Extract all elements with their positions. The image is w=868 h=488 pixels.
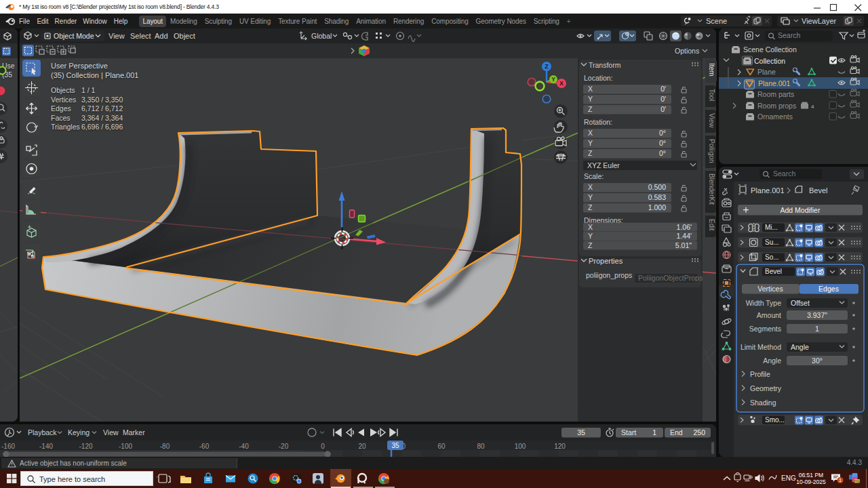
svg-text:1.000: 1.000	[648, 203, 666, 211]
svg-text:Segments: Segments	[749, 325, 781, 333]
svg-text:1.44': 1.44'	[677, 232, 692, 240]
svg-text:Add: Add	[155, 32, 168, 40]
svg-text:Offset: Offset	[791, 299, 810, 307]
svg-text:0°: 0°	[659, 129, 666, 137]
svg-text:View: View	[103, 428, 119, 436]
svg-text:Playback: Playback	[28, 428, 57, 436]
svg-text:-40: -40	[239, 443, 249, 450]
svg-text:1: 1	[652, 428, 656, 436]
svg-text:Y: Y	[588, 193, 593, 201]
svg-text:X: X	[588, 129, 593, 137]
svg-text:Geometry: Geometry	[750, 384, 782, 392]
svg-text:100: 100	[515, 443, 526, 450]
svg-text:Y: Y	[588, 95, 593, 103]
svg-text:06:51 PM: 06:51 PM	[799, 472, 823, 479]
svg-text:Scene Collection: Scene Collection	[743, 45, 797, 54]
svg-text:Global: Global	[311, 32, 332, 40]
svg-text:0°: 0°	[659, 139, 666, 147]
svg-text:-100: -100	[119, 443, 132, 450]
svg-text:Collection: Collection	[754, 57, 785, 65]
svg-text:Edges: Edges	[818, 285, 839, 293]
svg-text:20: 20	[358, 443, 366, 450]
svg-text:0': 0'	[660, 105, 666, 113]
svg-text:Location:: Location:	[584, 74, 613, 82]
svg-text:Room props: Room props	[757, 102, 796, 110]
svg-text:Amount: Amount	[757, 311, 781, 319]
svg-text:1.06': 1.06'	[677, 223, 692, 231]
svg-text:Search: Search	[778, 31, 800, 39]
svg-text:10-09-2025: 10-09-2025	[796, 479, 826, 485]
svg-text:So...: So...	[765, 253, 779, 261]
svg-text:Room parts: Room parts	[757, 90, 794, 98]
svg-text:-80: -80	[160, 443, 170, 450]
svg-text:Y: Y	[551, 76, 555, 83]
svg-text:Mi...: Mi...	[765, 224, 778, 231]
svg-text:Keying: Keying	[68, 428, 90, 436]
svg-text:-120: -120	[79, 443, 92, 450]
svg-text:0.583: 0.583	[648, 193, 666, 201]
svg-text:Shading: Shading	[750, 399, 776, 407]
svg-text:4: 4	[811, 104, 814, 110]
svg-text:0': 0'	[660, 85, 666, 93]
svg-text:Z: Z	[588, 241, 593, 249]
svg-text:-60: -60	[199, 443, 210, 450]
svg-text:1: 1	[839, 477, 842, 483]
svg-text:-140: -140	[39, 443, 53, 450]
svg-text:ENG: ENG	[781, 474, 796, 482]
svg-text:Select: Select	[130, 32, 151, 40]
svg-text:Ornaments: Ornaments	[757, 113, 793, 121]
svg-text:80: 80	[477, 443, 485, 450]
svg-text:120: 120	[554, 443, 566, 450]
svg-text:Marker: Marker	[123, 428, 145, 436]
svg-text:Scale:: Scale:	[584, 172, 604, 180]
svg-text:-160: -160	[1, 443, 15, 450]
svg-text:Smo...: Smo...	[765, 416, 785, 424]
svg-text:Plane.001: Plane.001	[758, 79, 790, 87]
svg-text:Plane: Plane	[757, 68, 776, 76]
svg-text:Transform: Transform	[589, 61, 621, 69]
svg-text:0°: 0°	[659, 149, 666, 157]
svg-text:30°: 30°	[812, 357, 823, 365]
svg-text:3.937": 3.937"	[807, 311, 827, 319]
svg-text:0.500: 0.500	[648, 183, 666, 191]
svg-text:Su...: Su...	[765, 239, 779, 246]
svg-text:Angle: Angle	[763, 357, 781, 365]
svg-text:Y: Y	[588, 232, 593, 240]
svg-text:35: 35	[391, 442, 399, 449]
svg-text:-20: -20	[279, 443, 289, 450]
svg-text:X: X	[588, 183, 593, 191]
svg-text:Plane.001: Plane.001	[751, 186, 785, 195]
svg-text:End: End	[670, 428, 683, 436]
svg-text:Add Modifier: Add Modifier	[781, 206, 821, 214]
svg-text:Options: Options	[675, 47, 699, 55]
svg-text:X: X	[588, 223, 593, 231]
svg-text:Width Type: Width Type	[746, 299, 781, 307]
svg-text:XYZ Euler: XYZ Euler	[587, 161, 620, 169]
svg-text:Z: Z	[588, 149, 593, 157]
svg-text:60: 60	[437, 443, 446, 450]
svg-text:Rotation:: Rotation:	[584, 118, 612, 126]
svg-text:Limit Method: Limit Method	[741, 343, 781, 351]
svg-text:Z: Z	[588, 203, 593, 211]
svg-text:PRE: PRE	[854, 480, 860, 483]
svg-text:Angle: Angle	[791, 343, 809, 351]
svg-text:Start: Start	[621, 428, 636, 436]
svg-text:Z: Z	[545, 63, 549, 70]
svg-text:Bevel: Bevel	[809, 186, 828, 195]
svg-text:View: View	[108, 32, 125, 40]
svg-text:35: 35	[577, 428, 585, 436]
svg-text:Z: Z	[588, 105, 593, 113]
svg-text:Object Mode: Object Mode	[54, 32, 94, 40]
svg-text:Bevel: Bevel	[765, 268, 782, 275]
svg-text:PoliigonObjectProps: PoliigonObjectProps	[638, 274, 703, 282]
svg-text:Properties: Properties	[589, 257, 623, 265]
svg-text:5.01": 5.01"	[675, 241, 692, 249]
svg-text:Search: Search	[773, 169, 795, 178]
svg-text:Y: Y	[588, 139, 593, 147]
svg-text:Object: Object	[174, 32, 195, 40]
svg-text:Vertices: Vertices	[757, 285, 783, 293]
svg-text:Profile: Profile	[750, 370, 770, 378]
svg-text:1: 1	[815, 325, 819, 333]
svg-text:0: 0	[321, 443, 325, 450]
svg-text:poliigon_props: poliigon_props	[586, 271, 632, 279]
